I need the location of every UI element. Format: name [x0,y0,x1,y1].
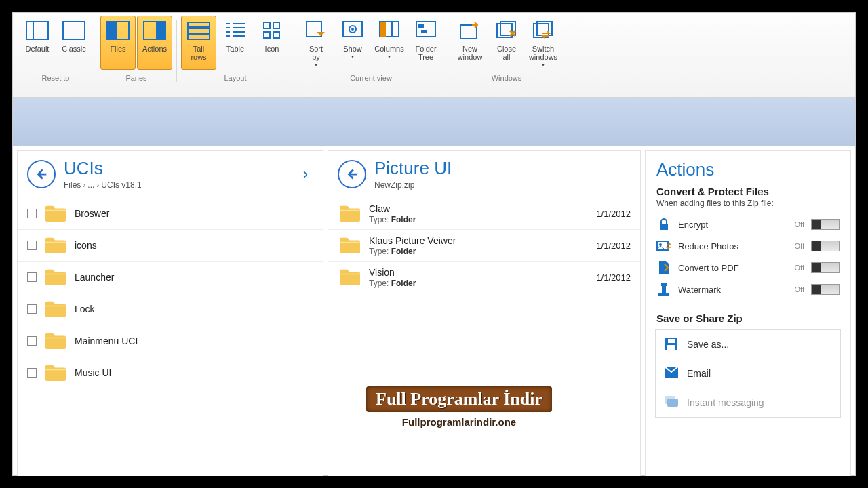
email-button[interactable]: Email [656,359,840,388]
files-pane: UCIs Files›...›UCIs v18.1 › Broswericons… [17,150,323,476]
watermark-icon [656,282,671,297]
checkbox[interactable] [27,209,37,218]
toggle-label: Convert to PDF [678,263,788,273]
columns-button[interactable]: Columns▾ [372,16,407,70]
convert-pdf-row: Convert to PDFOff [646,257,850,279]
switch-windows-button[interactable]: Switch windows▾ [526,16,561,70]
dropdown-icon: ▾ [542,62,545,68]
file-row[interactable]: Music UI [18,357,323,388]
default-button[interactable]: Default [20,16,55,70]
toggle-label: Watermark [678,285,788,295]
default-icon [26,19,49,42]
mid-pane-path[interactable]: NewZip.zip [374,180,452,190]
convert-heading: Convert & Protect Files [646,183,850,199]
show-icon [341,19,364,42]
checkbox[interactable] [27,241,37,250]
checkbox[interactable] [27,304,37,314]
breadcrumb-segment[interactable]: UCIs v18.1 [101,180,141,190]
ribbon: DefaultClassicReset toFilesActionsPanesT… [13,13,855,98]
checkbox[interactable] [27,272,37,282]
table-icon [224,19,247,42]
file-name: Lock [75,304,313,314]
file-name: Launcher [75,272,313,283]
instant-messaging-icon [664,395,679,410]
file-row[interactable]: ClawType: Folder1/1/2012 [328,198,640,229]
new-window-button[interactable]: New window [452,16,488,70]
file-name: Claw [369,203,596,214]
file-row[interactable]: Lock [18,293,323,325]
forward-button[interactable]: › [298,165,313,183]
breadcrumb-segment[interactable]: ... [87,180,94,190]
sort-by-icon [304,19,328,42]
files-icon [106,19,130,42]
file-row[interactable]: Broswer [18,198,323,229]
file-date: 1/1/2012 [596,209,631,219]
tall-rows-button[interactable]: Tall rows [181,16,216,70]
file-name: Klaus Picture Veiwer [369,235,596,246]
svg-rect-32 [460,25,477,39]
actions-button[interactable]: Actions [137,16,172,70]
encrypt-row: EncryptOff [646,214,850,235]
svg-point-25 [351,28,354,30]
file-row[interactable]: Mainmenu UCI [18,325,323,357]
watermark-toggle[interactable] [811,284,840,295]
checkbox[interactable] [27,368,37,378]
instant-messaging-button[interactable]: Instant messaging [656,388,840,417]
back-button[interactable] [338,160,366,188]
dropdown-icon: ▾ [388,54,391,60]
dropdown-icon: ▾ [315,62,317,68]
svg-rect-37 [660,224,668,230]
classic-button[interactable]: Classic [56,16,92,70]
encrypt-toggle[interactable] [811,219,840,230]
convert-pdf-icon [656,260,671,275]
svg-rect-44 [667,345,675,350]
toggle-label: Encrypt [678,220,788,230]
close-all-icon [495,19,518,42]
group-label: Reset to [42,74,70,82]
svg-rect-47 [667,399,678,407]
icon-button[interactable]: Icon [254,16,290,70]
folder-tree-button[interactable]: Folder Tree [408,16,443,70]
files-button[interactable]: Files [100,16,136,70]
file-name: Music UI [75,367,313,378]
close-all-button[interactable]: Close all [489,16,524,70]
svg-rect-7 [188,22,210,27]
convert-pdf-toggle[interactable] [811,262,840,273]
toggle-label: Reduce Photos [678,241,788,251]
file-row[interactable]: VisionType: Folder1/1/2012 [328,261,640,293]
checkbox[interactable] [27,336,37,346]
file-row[interactable]: Launcher [18,261,323,293]
svg-rect-43 [668,339,675,343]
table-button[interactable]: Table [218,16,253,70]
switch-windows-icon [532,19,555,42]
file-name: Broswer [75,208,313,219]
file-row[interactable]: icons [18,229,323,261]
mid-pane-title: Picture UI [374,158,452,179]
actions-title: Actions [646,151,850,183]
back-button[interactable] [27,160,56,188]
group-label: Windows [492,74,522,82]
svg-rect-30 [418,24,424,28]
svg-rect-4 [107,22,117,39]
reduce-photos-toggle[interactable] [811,241,840,251]
left-pane-breadcrumb[interactable]: Files›...›UCIs v18.1 [64,180,142,190]
sort-by-button[interactable]: Sort by▾ [298,16,334,70]
svg-rect-27 [380,22,386,37]
svg-rect-38 [657,241,668,250]
show-button[interactable]: Show▾ [335,16,370,70]
group-label: Current view [350,74,392,82]
file-date: 1/1/2012 [596,272,631,283]
svg-rect-9 [188,35,210,39]
svg-rect-21 [273,32,279,38]
svg-rect-2 [63,22,85,39]
icon-icon [260,19,283,42]
save-as-icon [664,337,679,352]
svg-rect-19 [273,22,279,28]
save-as-button[interactable]: Save as... [656,330,840,359]
file-name: icons [75,240,313,251]
file-name: Vision [369,267,596,278]
encrypt-icon [656,217,671,232]
file-row[interactable]: Klaus Picture VeiwerType: Folder1/1/2012 [328,229,640,261]
svg-rect-31 [421,30,427,33]
breadcrumb-segment[interactable]: Files [64,180,81,190]
